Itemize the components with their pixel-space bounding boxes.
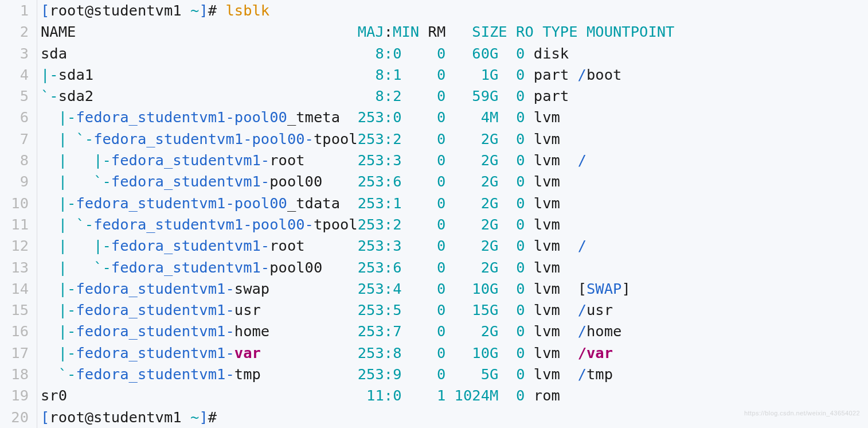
line-number: 3 xyxy=(0,43,37,64)
line-number: 1 xyxy=(0,0,37,21)
code-line: `-sda2 8:2 0 59G 0 part xyxy=(41,85,868,107)
line-number: 14 xyxy=(0,278,37,299)
code-line: |-fedora_studentvm1-usr 253:5 0 15G 0 lv… xyxy=(41,299,868,321)
line-number: 13 xyxy=(0,257,37,278)
code-line: |-fedora_studentvm1-pool00_tdata 253:1 0… xyxy=(41,193,868,214)
code-line: sda 8:0 0 60G 0 disk xyxy=(41,43,868,64)
code-line: | |-fedora_studentvm1-root 253:3 0 2G 0 … xyxy=(41,150,868,171)
line-number: 20 xyxy=(0,407,37,428)
line-number-gutter: 1234567891011121314151617181920 xyxy=(0,0,37,428)
line-number: 5 xyxy=(0,85,37,107)
code-line: |-fedora_studentvm1-pool00_tmeta 253:0 0… xyxy=(41,107,868,128)
code-line: |-fedora_studentvm1-var 253:8 0 10G 0 lv… xyxy=(41,343,868,364)
line-number: 11 xyxy=(0,214,37,235)
line-number: 12 xyxy=(0,235,37,256)
code-line: |-fedora_studentvm1-swap 253:4 0 10G 0 l… xyxy=(41,278,868,299)
code-line: |-fedora_studentvm1-home 253:7 0 2G 0 lv… xyxy=(41,321,868,342)
line-number: 7 xyxy=(0,129,37,150)
code-line: sr0 11:0 1 1024M 0 rom xyxy=(41,385,868,406)
line-number: 2 xyxy=(0,21,37,42)
code-line: | `-fedora_studentvm1-pool00-tpool253:2 … xyxy=(41,129,868,150)
line-number: 15 xyxy=(0,299,37,321)
code-line: `-fedora_studentvm1-tmp 253:9 0 5G 0 lvm… xyxy=(41,364,868,385)
line-number: 19 xyxy=(0,385,37,406)
line-number: 8 xyxy=(0,150,37,171)
watermark-text: https://blog.csdn.net/weixin_43654022 xyxy=(744,410,860,417)
line-number: 17 xyxy=(0,343,37,364)
code-line: | |-fedora_studentvm1-root 253:3 0 2G 0 … xyxy=(41,235,868,256)
line-number: 18 xyxy=(0,364,37,385)
code-line: NAME MAJ:MIN RM SIZE RO TYPE MOUNTPOINT xyxy=(41,21,868,42)
line-number: 10 xyxy=(0,193,37,214)
line-number: 16 xyxy=(0,321,37,342)
code-line: | `-fedora_studentvm1-pool00 253:6 0 2G … xyxy=(41,257,868,278)
line-number: 9 xyxy=(0,171,37,192)
code-line: [root@studentvm1 ~]# lsblk xyxy=(41,0,868,21)
code-editor: 1234567891011121314151617181920 [root@st… xyxy=(0,0,868,428)
code-area[interactable]: [root@studentvm1 ~]# lsblkNAME MAJ:MIN R… xyxy=(37,0,868,428)
line-number: 4 xyxy=(0,64,37,85)
code-line: |-sda1 8:1 0 1G 0 part /boot xyxy=(41,64,868,85)
line-number: 6 xyxy=(0,107,37,128)
code-line: | `-fedora_studentvm1-pool00-tpool253:2 … xyxy=(41,214,868,235)
code-line: | `-fedora_studentvm1-pool00 253:6 0 2G … xyxy=(41,171,868,192)
